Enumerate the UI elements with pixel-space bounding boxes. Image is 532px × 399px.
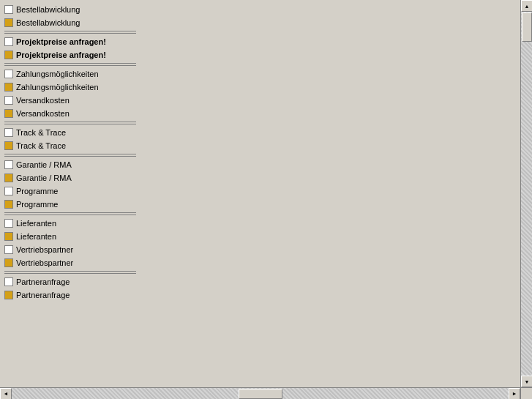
item-icon-filled[interactable]: [4, 83, 13, 92]
separator: [4, 122, 136, 122]
list-item: Lieferanten: [4, 217, 516, 230]
separator-group: [4, 271, 516, 274]
h-scroll-thumb[interactable]: [239, 389, 282, 399]
item-icon-empty[interactable]: [4, 187, 13, 195]
item-icon-filled[interactable]: [4, 200, 13, 209]
list-item: Track & Trace: [4, 139, 516, 152]
separator: [4, 156, 136, 157]
item-label[interactable]: Garantie / RMA: [16, 172, 72, 184]
separator: [4, 215, 136, 215]
item-label-track-trace-filled[interactable]: Track & Trace: [16, 140, 66, 152]
item-label[interactable]: Lieferanten: [16, 231, 56, 242]
item-label[interactable]: Bestellabwicklung: [16, 4, 80, 15]
scroll-down-button[interactable]: ▼: [521, 376, 532, 387]
separator: [4, 212, 136, 213]
item-label-bold[interactable]: Projektpreise anfragen!: [16, 36, 106, 48]
list-item: Garantie / RMA: [4, 158, 516, 171]
item-label[interactable]: Versandkosten: [16, 108, 70, 119]
list-item: Programme: [4, 184, 516, 198]
scroll-down-icon: ▼: [525, 379, 530, 384]
item-icon-filled[interactable]: [4, 232, 13, 241]
content-area: Bestellabwicklung Bestellabwicklung Proj…: [0, 0, 532, 387]
item-label[interactable]: Zahlungsmöglichkeiten: [16, 81, 99, 93]
item-label[interactable]: Partneranfrage: [16, 276, 70, 288]
item-icon-empty[interactable]: [4, 277, 13, 286]
list-item: Projektpreise anfragen!: [4, 35, 516, 48]
scrollbar-corner: [520, 388, 532, 400]
item-label[interactable]: Vertriebspartner: [16, 244, 73, 256]
list-item: Bestellabwicklung: [4, 3, 516, 16]
list-item: Garantie / RMA: [4, 171, 516, 184]
separator-group: [4, 31, 516, 34]
item-icon-empty[interactable]: [4, 96, 13, 105]
scroll-left-button[interactable]: ◄: [0, 388, 12, 400]
item-label[interactable]: Programme: [16, 198, 58, 210]
list-item: Vertriebspartner: [4, 243, 516, 256]
list-item: Zahlungsmöglichkeiten: [4, 81, 516, 94]
item-icon-filled[interactable]: [4, 258, 13, 267]
list-item: Partneranfrage: [4, 275, 516, 288]
main-container: Bestellabwicklung Bestellabwicklung Proj…: [0, 0, 532, 399]
item-label[interactable]: Programme: [16, 185, 58, 197]
item-icon-empty[interactable]: [4, 37, 13, 46]
scroll-left-icon: ◄: [4, 391, 9, 396]
vertical-scrollbar[interactable]: ▲ ▼: [520, 0, 532, 387]
separator: [4, 63, 136, 64]
separator: [4, 154, 136, 154]
item-label[interactable]: Vertriebspartner: [16, 257, 73, 269]
separator: [4, 31, 136, 31]
list-item: Vertriebspartner: [4, 256, 516, 269]
item-label[interactable]: Lieferanten: [16, 217, 56, 229]
item-icon-filled[interactable]: [4, 291, 13, 299]
item-label[interactable]: Zahlungsmöglichkeiten: [16, 68, 99, 80]
item-icon-empty[interactable]: [4, 219, 13, 228]
item-label-bold[interactable]: Projektpreise anfragen!: [16, 49, 106, 61]
list-panel[interactable]: Bestellabwicklung Bestellabwicklung Proj…: [0, 0, 520, 387]
list-item: Programme: [4, 198, 516, 211]
separator-group: [4, 122, 516, 124]
scroll-up-button[interactable]: ▲: [521, 0, 532, 12]
item-icon-filled[interactable]: [4, 141, 13, 150]
separator-group: [4, 212, 516, 215]
separator-group: [4, 63, 516, 66]
separator: [4, 65, 136, 66]
horizontal-scrollbar[interactable]: ◄ ►: [0, 387, 532, 399]
separator: [4, 273, 136, 274]
item-icon-filled[interactable]: [4, 51, 13, 59]
separator: [4, 271, 136, 272]
list-item: Partneranfrage: [4, 288, 516, 302]
list-item: Track & Trace: [4, 126, 516, 139]
list-item: Bestellabwicklung: [4, 16, 516, 29]
h-scroll-track[interactable]: [12, 388, 509, 400]
scroll-right-icon: ►: [512, 391, 517, 396]
item-label[interactable]: Bestellabwicklung: [16, 17, 80, 29]
separator: [4, 124, 136, 124]
list-item: Projektpreise anfragen!: [4, 48, 516, 61]
scroll-thumb[interactable]: [522, 12, 532, 42]
item-label[interactable]: Garantie / RMA: [16, 159, 72, 171]
item-icon-filled[interactable]: [4, 18, 13, 27]
scroll-track[interactable]: [521, 12, 532, 376]
list-item: Versandkosten: [4, 94, 516, 107]
item-label[interactable]: Partneranfrage: [16, 289, 70, 301]
separator: [4, 33, 136, 34]
separator-group: [4, 154, 516, 157]
scroll-right-button[interactable]: ►: [509, 388, 520, 400]
item-icon-filled[interactable]: [4, 174, 13, 182]
item-icon-empty[interactable]: [4, 5, 13, 14]
list-item: Zahlungsmöglichkeiten: [4, 67, 516, 81]
item-icon-filled[interactable]: [4, 109, 13, 118]
list-item: Versandkosten: [4, 107, 516, 120]
item-icon-empty[interactable]: [4, 160, 13, 169]
item-icon-empty[interactable]: [4, 70, 13, 78]
item-label[interactable]: Versandkosten: [16, 94, 70, 106]
scroll-up-icon: ▲: [525, 4, 530, 9]
list-item: Lieferanten: [4, 230, 516, 243]
item-label-track-trace[interactable]: Track & Trace: [16, 127, 66, 138]
item-icon-empty[interactable]: [4, 245, 13, 254]
item-icon-empty[interactable]: [4, 128, 13, 137]
